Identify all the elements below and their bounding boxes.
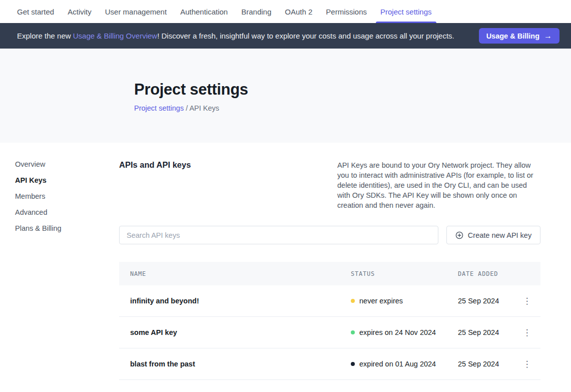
status-text: expired on 01 Aug 2024: [359, 360, 436, 368]
banner-text: Explore the new Usage & Billing Overview…: [17, 32, 454, 40]
top-navigation: Get started Activity User management Aut…: [0, 0, 571, 23]
nav-tab-permissions[interactable]: Permissions: [326, 0, 367, 23]
column-header-status: STATUS: [351, 270, 458, 277]
breadcrumb-parent-link[interactable]: Project settings: [134, 104, 184, 112]
column-header-date-added: DATE ADDED: [458, 270, 521, 277]
table-controls: Create new API key: [119, 226, 540, 244]
announcement-banner: Explore the new Usage & Billing Overview…: [0, 23, 571, 49]
column-header-name: NAME: [119, 270, 351, 277]
nav-tab-project-settings[interactable]: Project settings: [380, 0, 432, 23]
table-row: some API key expires on 24 Nov 2024 25 S…: [119, 317, 540, 348]
arrow-right-icon: →: [544, 32, 552, 41]
breadcrumb-current: API Keys: [189, 104, 219, 112]
banner-text-before: Explore the new: [17, 32, 73, 40]
kebab-menu-icon[interactable]: ⋮: [521, 297, 531, 305]
api-key-name: some API key: [119, 328, 351, 336]
breadcrumb: Project settings / API Keys: [134, 104, 571, 112]
page-title: Project settings: [134, 81, 571, 99]
table-header-row: NAME STATUS DATE ADDED: [119, 262, 540, 285]
create-api-key-button-label: Create new API key: [468, 231, 531, 239]
api-keys-panel: APIs and API keys API Keys are bound to …: [119, 143, 540, 380]
sidebar-item-overview[interactable]: Overview: [15, 160, 119, 169]
nav-tab-get-started[interactable]: Get started: [17, 0, 54, 23]
sidebar-item-api-keys[interactable]: API Keys: [15, 176, 119, 185]
settings-sidebar: Overview API Keys Members Advanced Plans…: [0, 143, 119, 380]
page-header: Project settings Project settings / API …: [0, 49, 571, 143]
nav-tab-user-management[interactable]: User management: [105, 0, 167, 23]
api-key-date-added: 25 Sep 2024: [458, 360, 521, 368]
api-key-status: expires on 24 Nov 2024: [351, 328, 458, 336]
status-dot: [351, 299, 355, 303]
banner-usage-billing-link[interactable]: Usage & Billing Overview: [73, 32, 157, 40]
plus-circle-icon: [455, 231, 463, 239]
usage-billing-button-label: Usage & Billing: [486, 32, 539, 40]
api-key-status: expired on 01 Aug 2024: [351, 360, 458, 368]
nav-tab-activity[interactable]: Activity: [68, 0, 92, 23]
section-head: APIs and API keys API Keys are bound to …: [119, 160, 540, 210]
api-key-date-added: 25 Sep 2024: [458, 297, 521, 305]
usage-billing-button[interactable]: Usage & Billing →: [479, 28, 559, 44]
api-key-status: never expires: [351, 297, 458, 305]
api-keys-table: NAME STATUS DATE ADDED infinity and beyo…: [119, 262, 540, 380]
section-title: APIs and API keys: [119, 160, 191, 210]
nav-tab-branding[interactable]: Branding: [241, 0, 271, 23]
sidebar-item-advanced[interactable]: Advanced: [15, 208, 119, 217]
kebab-menu-icon[interactable]: ⋮: [521, 328, 531, 337]
status-text: expires on 24 Nov 2024: [359, 328, 436, 336]
status-text: never expires: [359, 297, 403, 305]
nav-tab-authentication[interactable]: Authentication: [180, 0, 228, 23]
api-key-date-added: 25 Sep 2024: [458, 328, 521, 336]
status-dot: [351, 362, 355, 366]
api-key-name: blast from the past: [119, 360, 351, 368]
banner-text-after: ! Discover a fresh, insightful way to ex…: [157, 32, 454, 40]
nav-tab-oauth2[interactable]: OAuth 2: [285, 0, 312, 23]
create-api-key-button[interactable]: Create new API key: [446, 226, 540, 244]
search-input[interactable]: [119, 226, 438, 244]
table-row: infinity and beyond! never expires 25 Se…: [119, 285, 540, 317]
api-key-name: infinity and beyond!: [119, 297, 351, 305]
sidebar-item-members[interactable]: Members: [15, 192, 119, 201]
table-row: blast from the past expired on 01 Aug 20…: [119, 348, 540, 380]
section-description: API Keys are bound to your Ory Network p…: [337, 160, 540, 210]
content-area: Overview API Keys Members Advanced Plans…: [0, 143, 571, 380]
status-dot: [351, 330, 355, 334]
kebab-menu-icon[interactable]: ⋮: [521, 360, 531, 368]
sidebar-item-plans-billing[interactable]: Plans & Billing: [15, 224, 119, 233]
